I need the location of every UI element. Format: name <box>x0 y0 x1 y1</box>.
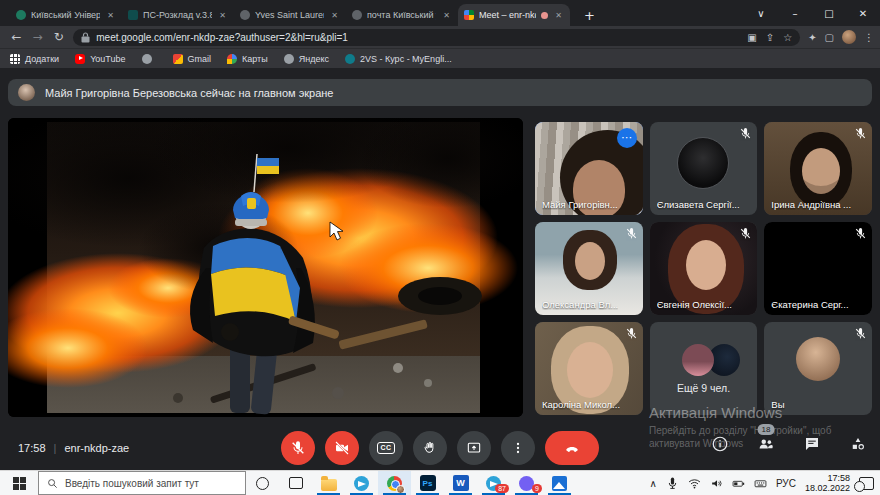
chat-button[interactable] <box>800 432 824 456</box>
raise-hand-button[interactable] <box>413 431 447 465</box>
file-explorer-button[interactable] <box>312 471 345 495</box>
bookmark-label: Додатки <box>25 54 59 64</box>
bookmark-site[interactable] <box>142 54 157 64</box>
close-tab-icon[interactable]: ✕ <box>553 10 564 21</box>
tray-battery-icon[interactable] <box>732 477 745 490</box>
captions-button[interactable]: CC <box>369 431 403 465</box>
cortana-icon <box>256 477 269 490</box>
search-icon <box>47 478 58 489</box>
tab-meet-active[interactable]: Meet – enr-nkdp-zae ✕ <box>458 4 570 26</box>
close-window-button[interactable]: ✕ <box>846 8 880 19</box>
tile-you[interactable]: Вы <box>764 322 872 415</box>
tab-mail[interactable]: почта Київський університ ✕ <box>346 4 458 26</box>
close-tab-icon[interactable]: ✕ <box>105 10 116 21</box>
meeting-details-button[interactable] <box>708 432 732 456</box>
browser-menu-icon[interactable]: ⋮ <box>864 32 874 43</box>
side-panel-icon[interactable]: ▢ <box>825 32 834 43</box>
close-tab-icon[interactable]: ✕ <box>441 10 452 21</box>
university-favicon-icon <box>16 10 26 20</box>
tab-title: почта Київський університ <box>367 10 436 20</box>
minimize-button[interactable]: – <box>778 8 812 19</box>
end-call-button[interactable] <box>545 431 599 465</box>
bookmark-maps[interactable]: Карты <box>227 54 268 64</box>
people-icon <box>757 435 775 453</box>
bookmark-myenglishlab[interactable]: 2VS - Курс - MyEngli... <box>345 54 452 64</box>
bookmark-label: 2VS - Курс - MyEngli... <box>360 54 452 64</box>
tile-overflow[interactable]: Ещё 9 чел. <box>650 322 758 415</box>
tray-network-icon[interactable] <box>688 477 701 490</box>
forward-button[interactable]: → <box>27 30 48 44</box>
tile-options-icon[interactable]: ⋯ <box>617 128 637 148</box>
tile-maiia[interactable]: ⋯ Майя Григорівн... <box>535 122 643 215</box>
bookmark-apps[interactable]: Додатки <box>10 54 59 64</box>
tile-oleksandra[interactable]: Олександра Вл... <box>535 222 643 315</box>
mic-toggle-button[interactable] <box>281 431 315 465</box>
photos-button[interactable] <box>543 471 576 495</box>
camera-in-use-icon[interactable]: ▣ <box>747 32 756 43</box>
telegram2-button[interactable]: 87 <box>477 471 510 495</box>
camera-toggle-button[interactable] <box>325 431 359 465</box>
new-tab-button[interactable]: + <box>578 8 601 26</box>
participant-name: Ірина Андріївна ... <box>771 199 851 210</box>
chrome-button[interactable] <box>378 471 411 495</box>
taskbar-apps: Ps W 87 9 <box>246 471 576 495</box>
tray-expand-icon[interactable]: ∧ <box>650 478 657 489</box>
start-button[interactable] <box>0 471 38 495</box>
mic-off-icon <box>854 327 867 340</box>
close-tab-icon[interactable]: ✕ <box>329 10 340 21</box>
bookmark-label: Яндекс <box>299 54 329 64</box>
taskbar-clock[interactable]: 17:58 18.02.2022 <box>805 473 850 493</box>
tray-volume-icon[interactable] <box>710 477 723 490</box>
desktop-screen: Київський Університет імен ✕ ПС-Розклад … <box>0 0 880 495</box>
tile-karolina[interactable]: Кароліна Микол... <box>535 322 643 415</box>
tray-keyboard-icon[interactable] <box>754 477 767 490</box>
back-button[interactable]: ← <box>6 30 27 44</box>
gmail-icon <box>173 54 183 64</box>
tab-university[interactable]: Київський Університет імен ✕ <box>10 4 122 26</box>
end-call-icon <box>564 440 580 456</box>
viber-badge: 9 <box>532 484 542 493</box>
tile-iryna[interactable]: Ірина Андріївна ... <box>764 122 872 215</box>
tab-ysl[interactable]: Yves Saint Laurent Y Live — ✕ <box>234 4 346 26</box>
meet-side-panel-buttons: 18 <box>708 432 870 456</box>
bookmark-yandex[interactable]: Яндекс <box>284 54 329 64</box>
more-options-button[interactable] <box>501 431 535 465</box>
telegram-button[interactable] <box>345 471 378 495</box>
maximize-button[interactable]: □ <box>812 8 846 19</box>
activities-button[interactable] <box>846 432 870 456</box>
tile-yevheniia[interactable]: Євгенія Олексії... <box>650 222 758 315</box>
share-icon[interactable]: ⇪ <box>766 32 774 43</box>
word-button[interactable]: W <box>444 471 477 495</box>
task-view-button[interactable] <box>279 471 312 495</box>
meet-favicon-icon <box>464 10 474 20</box>
bookmark-youtube[interactable]: YouTube <box>75 54 125 64</box>
present-button[interactable] <box>457 431 491 465</box>
tab-ps-rozklad[interactable]: ПС-Розклад v.3.8.2 ✕ <box>122 4 234 26</box>
language-indicator[interactable]: РУС <box>776 478 796 489</box>
tile-yelyzaveta[interactable]: Єлизавета Сергії... <box>650 122 758 215</box>
participant-name: Євгенія Олексії... <box>657 299 732 310</box>
tray-mic-icon[interactable] <box>666 477 679 490</box>
bookmark-gmail[interactable]: Gmail <box>173 54 212 64</box>
overflow-avatars: Ещё 9 чел. <box>650 322 758 415</box>
search-placeholder: Введіть пошуковий запит тут <box>65 478 199 489</box>
tile-yekaterina[interactable]: Єкатерина Серг... <box>764 222 872 315</box>
word-icon: W <box>453 475 469 491</box>
reload-button[interactable]: ↻ <box>48 30 69 44</box>
viber-button[interactable]: 9 <box>510 471 543 495</box>
notification-center-icon[interactable] <box>859 477 874 490</box>
cortana-button[interactable] <box>246 471 279 495</box>
participants-button[interactable]: 18 <box>754 432 778 456</box>
close-tab-icon[interactable]: ✕ <box>217 10 228 21</box>
taskbar-search[interactable]: Введіть пошуковий запит тут <box>38 471 246 495</box>
address-bar[interactable]: meet.google.com/enr-nkdp-zae?authuser=2&… <box>73 29 800 46</box>
shared-screen-video[interactable] <box>8 118 523 417</box>
profile-avatar[interactable] <box>842 30 856 44</box>
tab-title: ПС-Розклад v.3.8.2 <box>143 10 212 20</box>
photoshop-button[interactable]: Ps <box>411 471 444 495</box>
tab-search-icon[interactable]: ∨ <box>744 8 778 19</box>
extensions-icon[interactable]: ✦ <box>808 32 816 43</box>
participant-name: Вы <box>771 399 784 410</box>
bookmark-star-icon[interactable]: ☆ <box>783 32 792 43</box>
more-vert-icon <box>510 440 526 456</box>
